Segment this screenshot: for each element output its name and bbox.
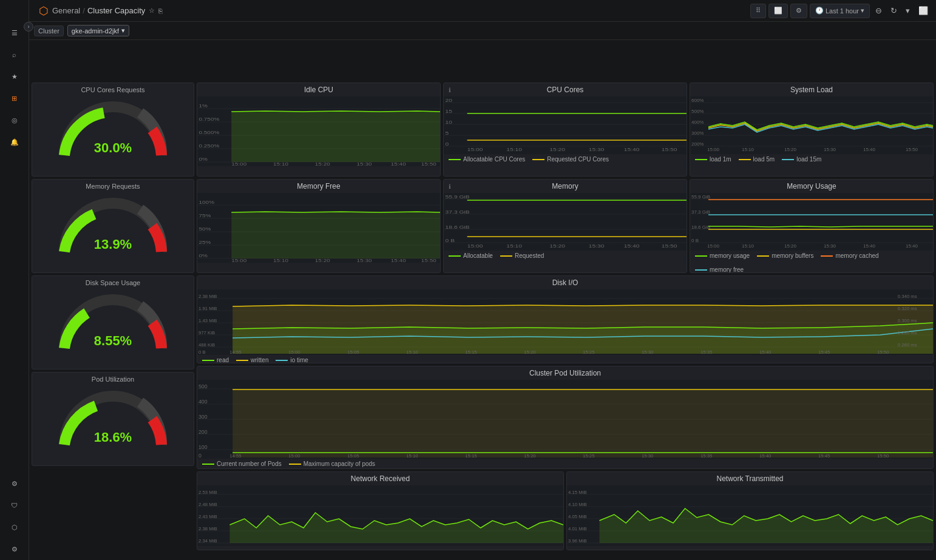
- svg-rect-89: [690, 193, 933, 251]
- sidebar-item-favorites[interactable]: ★: [0, 66, 29, 87]
- svg-text:100: 100: [198, 444, 208, 450]
- svg-text:0 B: 0 B: [198, 349, 206, 355]
- svg-marker-147: [232, 390, 933, 457]
- breadcrumb-home[interactable]: General: [52, 6, 80, 15]
- svg-text:15:00: 15:00: [231, 258, 246, 263]
- alerts-icon: 🔔: [10, 138, 19, 146]
- cluster-filter-dropdown[interactable]: gke-admin-d2jkf ▾: [67, 25, 129, 36]
- svg-text:0.260 ms: 0.260 ms: [898, 342, 917, 348]
- sidebar-item-dashboards[interactable]: ⊞: [0, 87, 29, 109]
- svg-text:15:00: 15:00: [231, 161, 246, 166]
- user-icon: ⚙: [12, 545, 18, 553]
- cluster-pod-legend: Current number of Pods Maximum capacity …: [197, 459, 933, 469]
- refresh-interval-button[interactable]: ▾: [903, 5, 913, 16]
- legend-allocatable-mem-label: Allocatable: [463, 252, 493, 259]
- legend-load1m: load 1m: [695, 156, 731, 163]
- svg-text:15:00: 15:00: [288, 349, 300, 355]
- settings-button[interactable]: ⚙: [790, 4, 807, 18]
- svg-text:15:05: 15:05: [347, 453, 359, 459]
- svg-text:15:20: 15:20: [524, 349, 536, 355]
- sidebar-toggle[interactable]: ›: [24, 22, 33, 32]
- load5m-color: [739, 159, 751, 160]
- svg-text:15:20: 15:20: [315, 258, 330, 263]
- svg-text:15:25: 15:25: [583, 349, 595, 355]
- refresh-button[interactable]: ↻: [887, 5, 900, 16]
- cluster-pod-title: Cluster Pod Utilization: [529, 369, 601, 377]
- svg-text:15:20: 15:20: [784, 243, 797, 249]
- svg-rect-22: [444, 96, 687, 154]
- cluster-filter-label: Cluster: [34, 25, 64, 36]
- svg-text:2.38 MiB: 2.38 MiB: [198, 294, 217, 299]
- cpu-cores-title: CPU Cores: [547, 86, 584, 94]
- idle-cpu-title: Idle CPU: [304, 86, 333, 94]
- sidebar-item-help[interactable]: ⬡: [0, 516, 29, 538]
- svg-text:1.43 MiB: 1.43 MiB: [198, 318, 217, 323]
- svg-text:15:40: 15:40: [624, 147, 640, 152]
- svg-text:15:10: 15:10: [742, 147, 755, 152]
- svg-text:0%: 0%: [199, 157, 208, 162]
- sidebar-item-settings[interactable]: ⚙: [0, 473, 29, 494]
- svg-text:50%: 50%: [199, 226, 211, 232]
- topbar: ⬡ General / Cluster Capacity ☆ ⎘ ⠿ ⬜ ⚙ 🕐…: [0, 0, 936, 22]
- svg-text:15:40: 15:40: [759, 349, 772, 355]
- svg-text:14:55: 14:55: [229, 349, 242, 355]
- cluster-pod-panel: Cluster Pod Utilization 500 400 300 200 …: [197, 366, 934, 469]
- svg-text:15:50: 15:50: [877, 453, 889, 459]
- memory-requests-title: Memory Requests: [81, 180, 144, 191]
- svg-text:15:30: 15:30: [589, 147, 605, 152]
- svg-text:0: 0: [198, 453, 202, 459]
- svg-text:4.05 MiB: 4.05 MiB: [568, 514, 587, 519]
- idle-cpu-panel: Idle CPU 1% 0.750% 0.500%: [197, 83, 441, 177]
- breadcrumb: General / Cluster Capacity: [52, 6, 145, 15]
- breadcrumb-title: Cluster Capacity: [87, 6, 145, 15]
- svg-marker-67: [231, 212, 440, 258]
- legend-mem-free: memory free: [695, 266, 744, 273]
- mem-buffers-color: [757, 255, 769, 257]
- sidebar-item-explore[interactable]: ◎: [0, 109, 29, 131]
- gauge-column: CPU Cores Requests 30.0% Memory Requests: [32, 83, 194, 550]
- legend-requested-mem-label: Requested: [515, 252, 544, 259]
- memory-header: ℹ Memory: [444, 180, 687, 193]
- disk-io-legend: read written io time: [197, 355, 933, 363]
- svg-text:15:00: 15:00: [707, 147, 720, 152]
- sidebar-item-user[interactable]: ⚙: [0, 538, 29, 560]
- sidebar-item-search[interactable]: ⌕: [0, 44, 29, 66]
- svg-text:25%: 25%: [199, 240, 211, 245]
- sidebar-item-alerts[interactable]: 🔔: [0, 131, 29, 153]
- tv-mode-button[interactable]: ⬜: [915, 5, 931, 16]
- memory-free-header: Memory Free: [197, 180, 440, 193]
- requested-mem-color: [500, 255, 512, 257]
- charts-column: Idle CPU 1% 0.750% 0.500%: [197, 83, 934, 550]
- legend-current-pods: Current number of Pods: [202, 460, 282, 467]
- legend-load5m-label: load 5m: [753, 156, 775, 163]
- cluster-pod-chart: 500 400 300 200 100 0 14:55 15:00 15:05 …: [197, 380, 933, 459]
- svg-text:15:50: 15:50: [906, 147, 918, 152]
- share-icon[interactable]: ⎘: [158, 7, 163, 15]
- svg-text:15:15: 15:15: [465, 453, 477, 459]
- grafana-logo: ⬡: [39, 4, 49, 18]
- svg-text:0: 0: [446, 141, 449, 147]
- legend-requested-cpu: Requested CPU Cores: [532, 156, 609, 163]
- favorite-icon[interactable]: ☆: [149, 7, 155, 15]
- read-color: [202, 360, 214, 361]
- svg-text:15:30: 15:30: [642, 349, 654, 355]
- panel-view-button[interactable]: ⠿: [750, 4, 766, 18]
- disk-io-header: Disk I/O: [197, 276, 933, 289]
- system-load-chart: 600% 500% 400% 300% 200% 15:00 15:10 15:…: [690, 96, 933, 154]
- kiosk-button[interactable]: ⬜: [768, 4, 788, 18]
- time-range-button[interactable]: 🕐 Last 1 hour ▾: [810, 4, 870, 18]
- legend-allocatable-label: Allocatable CPU Cores: [463, 156, 525, 163]
- svg-text:15:50: 15:50: [662, 243, 677, 249]
- svg-text:0.500%: 0.500%: [199, 130, 220, 135]
- svg-text:15:40: 15:40: [863, 147, 876, 152]
- system-load-panel: System Load 600% 500% 400% 300% 200%: [690, 83, 934, 177]
- svg-text:20: 20: [446, 98, 452, 103]
- sidebar-item-shield[interactable]: 🛡: [0, 494, 29, 516]
- svg-text:15:30: 15:30: [824, 243, 836, 249]
- legend-load1m-label: load 1m: [710, 156, 731, 163]
- svg-text:15:20: 15:20: [549, 243, 565, 249]
- help-icon: ⬡: [12, 524, 18, 531]
- row-1: CPU Cores Requests 30.0% Memory Requests: [32, 83, 934, 550]
- zoom-out-button[interactable]: ⊖: [872, 5, 885, 16]
- memory-requests-panel: Memory Requests 13.9%: [32, 179, 194, 273]
